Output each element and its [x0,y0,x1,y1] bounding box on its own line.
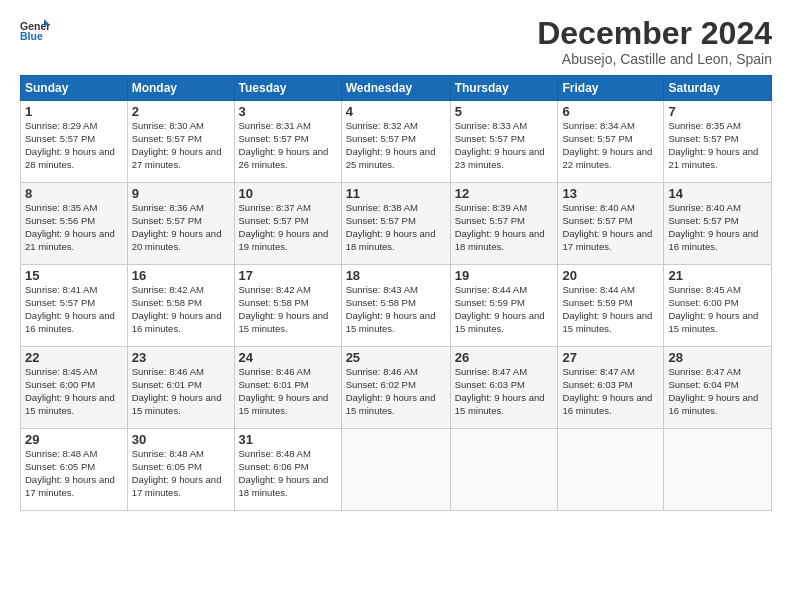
day-info: Sunrise: 8:33 AMSunset: 5:57 PMDaylight:… [455,120,545,169]
day-number: 7 [668,104,767,119]
day-info: Sunrise: 8:34 AMSunset: 5:57 PMDaylight:… [562,120,652,169]
col-saturday: Saturday [664,76,772,101]
day-number: 12 [455,186,554,201]
day-number: 9 [132,186,230,201]
svg-text:Blue: Blue [20,30,43,42]
day-number: 2 [132,104,230,119]
day-info: Sunrise: 8:43 AMSunset: 5:58 PMDaylight:… [346,284,436,333]
day-info: Sunrise: 8:42 AMSunset: 5:58 PMDaylight:… [132,284,222,333]
table-row: 17Sunrise: 8:42 AMSunset: 5:58 PMDayligh… [234,265,341,347]
day-info: Sunrise: 8:46 AMSunset: 6:02 PMDaylight:… [346,366,436,415]
day-number: 25 [346,350,446,365]
page-header: General Blue December 2024 Abusejo, Cast… [20,16,772,67]
day-info: Sunrise: 8:38 AMSunset: 5:57 PMDaylight:… [346,202,436,251]
title-section: December 2024 Abusejo, Castille and Leon… [537,16,772,67]
day-info: Sunrise: 8:42 AMSunset: 5:58 PMDaylight:… [239,284,329,333]
table-row: 10Sunrise: 8:37 AMSunset: 5:57 PMDayligh… [234,183,341,265]
day-info: Sunrise: 8:36 AMSunset: 5:57 PMDaylight:… [132,202,222,251]
calendar-week-1: 1Sunrise: 8:29 AMSunset: 5:57 PMDaylight… [21,101,772,183]
day-info: Sunrise: 8:30 AMSunset: 5:57 PMDaylight:… [132,120,222,169]
table-row: 11Sunrise: 8:38 AMSunset: 5:57 PMDayligh… [341,183,450,265]
table-row: 19Sunrise: 8:44 AMSunset: 5:59 PMDayligh… [450,265,558,347]
table-row: 9Sunrise: 8:36 AMSunset: 5:57 PMDaylight… [127,183,234,265]
day-number: 27 [562,350,659,365]
day-number: 18 [346,268,446,283]
page-subtitle: Abusejo, Castille and Leon, Spain [537,51,772,67]
calendar-week-5: 29Sunrise: 8:48 AMSunset: 6:05 PMDayligh… [21,429,772,511]
day-info: Sunrise: 8:46 AMSunset: 6:01 PMDaylight:… [132,366,222,415]
day-number: 17 [239,268,337,283]
table-row [664,429,772,511]
table-row: 2Sunrise: 8:30 AMSunset: 5:57 PMDaylight… [127,101,234,183]
day-number: 19 [455,268,554,283]
table-row: 4Sunrise: 8:32 AMSunset: 5:57 PMDaylight… [341,101,450,183]
table-row: 29Sunrise: 8:48 AMSunset: 6:05 PMDayligh… [21,429,128,511]
table-row: 25Sunrise: 8:46 AMSunset: 6:02 PMDayligh… [341,347,450,429]
table-row: 18Sunrise: 8:43 AMSunset: 5:58 PMDayligh… [341,265,450,347]
day-number: 30 [132,432,230,447]
col-wednesday: Wednesday [341,76,450,101]
table-row: 20Sunrise: 8:44 AMSunset: 5:59 PMDayligh… [558,265,664,347]
table-row: 15Sunrise: 8:41 AMSunset: 5:57 PMDayligh… [21,265,128,347]
table-row: 16Sunrise: 8:42 AMSunset: 5:58 PMDayligh… [127,265,234,347]
day-number: 31 [239,432,337,447]
day-number: 14 [668,186,767,201]
table-row: 27Sunrise: 8:47 AMSunset: 6:03 PMDayligh… [558,347,664,429]
day-info: Sunrise: 8:44 AMSunset: 5:59 PMDaylight:… [455,284,545,333]
table-row: 26Sunrise: 8:47 AMSunset: 6:03 PMDayligh… [450,347,558,429]
day-info: Sunrise: 8:31 AMSunset: 5:57 PMDaylight:… [239,120,329,169]
table-row: 22Sunrise: 8:45 AMSunset: 6:00 PMDayligh… [21,347,128,429]
day-info: Sunrise: 8:47 AMSunset: 6:04 PMDaylight:… [668,366,758,415]
day-info: Sunrise: 8:47 AMSunset: 6:03 PMDaylight:… [455,366,545,415]
day-number: 22 [25,350,123,365]
col-monday: Monday [127,76,234,101]
day-info: Sunrise: 8:47 AMSunset: 6:03 PMDaylight:… [562,366,652,415]
col-thursday: Thursday [450,76,558,101]
day-info: Sunrise: 8:32 AMSunset: 5:57 PMDaylight:… [346,120,436,169]
table-row: 6Sunrise: 8:34 AMSunset: 5:57 PMDaylight… [558,101,664,183]
day-info: Sunrise: 8:35 AMSunset: 5:57 PMDaylight:… [668,120,758,169]
table-row: 28Sunrise: 8:47 AMSunset: 6:04 PMDayligh… [664,347,772,429]
day-info: Sunrise: 8:44 AMSunset: 5:59 PMDaylight:… [562,284,652,333]
table-row: 24Sunrise: 8:46 AMSunset: 6:01 PMDayligh… [234,347,341,429]
day-number: 24 [239,350,337,365]
logo-icon: General Blue [20,16,50,46]
calendar-week-4: 22Sunrise: 8:45 AMSunset: 6:00 PMDayligh… [21,347,772,429]
day-info: Sunrise: 8:35 AMSunset: 5:56 PMDaylight:… [25,202,115,251]
day-info: Sunrise: 8:48 AMSunset: 6:06 PMDaylight:… [239,448,329,497]
col-sunday: Sunday [21,76,128,101]
day-number: 10 [239,186,337,201]
day-number: 20 [562,268,659,283]
day-info: Sunrise: 8:45 AMSunset: 6:00 PMDaylight:… [668,284,758,333]
table-row: 30Sunrise: 8:48 AMSunset: 6:05 PMDayligh… [127,429,234,511]
table-row [450,429,558,511]
day-number: 29 [25,432,123,447]
table-row [341,429,450,511]
day-info: Sunrise: 8:45 AMSunset: 6:00 PMDaylight:… [25,366,115,415]
day-number: 13 [562,186,659,201]
table-row: 5Sunrise: 8:33 AMSunset: 5:57 PMDaylight… [450,101,558,183]
page-title: December 2024 [537,16,772,51]
day-number: 6 [562,104,659,119]
day-info: Sunrise: 8:41 AMSunset: 5:57 PMDaylight:… [25,284,115,333]
day-info: Sunrise: 8:48 AMSunset: 6:05 PMDaylight:… [132,448,222,497]
logo: General Blue [20,16,50,46]
table-row: 3Sunrise: 8:31 AMSunset: 5:57 PMDaylight… [234,101,341,183]
calendar-table: Sunday Monday Tuesday Wednesday Thursday… [20,75,772,511]
day-number: 11 [346,186,446,201]
table-row [558,429,664,511]
day-number: 3 [239,104,337,119]
day-number: 21 [668,268,767,283]
col-friday: Friday [558,76,664,101]
table-row: 31Sunrise: 8:48 AMSunset: 6:06 PMDayligh… [234,429,341,511]
day-info: Sunrise: 8:40 AMSunset: 5:57 PMDaylight:… [562,202,652,251]
day-number: 26 [455,350,554,365]
day-info: Sunrise: 8:37 AMSunset: 5:57 PMDaylight:… [239,202,329,251]
table-row: 8Sunrise: 8:35 AMSunset: 5:56 PMDaylight… [21,183,128,265]
day-number: 28 [668,350,767,365]
day-number: 1 [25,104,123,119]
calendar-header-row: Sunday Monday Tuesday Wednesday Thursday… [21,76,772,101]
table-row: 12Sunrise: 8:39 AMSunset: 5:57 PMDayligh… [450,183,558,265]
day-number: 23 [132,350,230,365]
table-row: 13Sunrise: 8:40 AMSunset: 5:57 PMDayligh… [558,183,664,265]
